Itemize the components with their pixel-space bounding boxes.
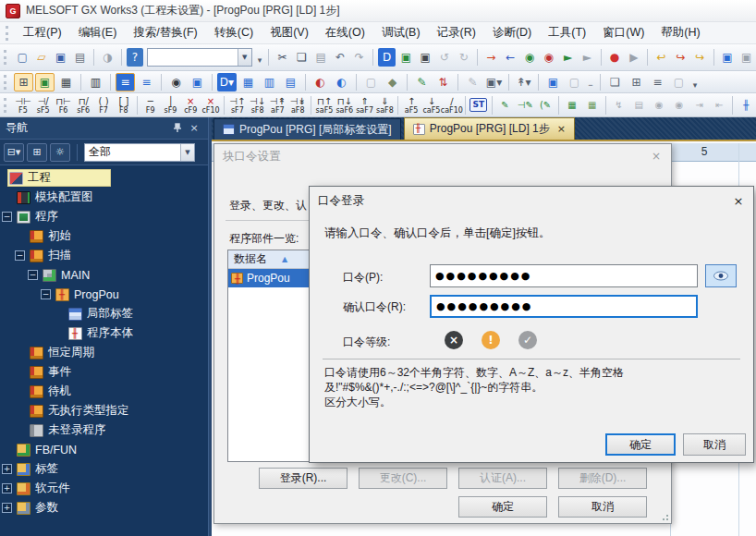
io-assignment-icon[interactable]: ⇅ bbox=[433, 73, 453, 91]
pc-monitor-off-icon[interactable]: ▣ bbox=[738, 48, 755, 67]
read-from-plc-icon[interactable]: ← bbox=[502, 48, 519, 67]
menu-item[interactable]: 调试(B) bbox=[373, 22, 429, 43]
tree-item-label[interactable]: 标签 bbox=[0, 459, 208, 479]
open-branch-tool[interactable]: ⊓⊢ F6 bbox=[54, 94, 74, 116]
tree-item-parameter[interactable]: 参数 bbox=[0, 498, 208, 518]
tree-item-program[interactable]: 程序 bbox=[0, 207, 208, 226]
antenna-menu-icon[interactable]: ↟▾ bbox=[514, 73, 533, 91]
show-password-button[interactable] bbox=[705, 264, 737, 287]
tab-local-label-setting[interactable]: ProgPou [PRG] [局部标签设置] bbox=[213, 118, 401, 140]
tree-expander[interactable] bbox=[15, 250, 25, 261]
ok-button[interactable]: 确定 bbox=[605, 433, 676, 456]
comment-list-icon[interactable]: ≡ bbox=[137, 73, 156, 91]
insert-row-tool[interactable]: ⇥ bbox=[689, 94, 710, 116]
refresh-all-icon[interactable]: ↻ bbox=[455, 48, 472, 67]
print-icon[interactable]: ▤ bbox=[71, 48, 89, 67]
device-buffer-monitor-icon[interactable]: ▤ bbox=[281, 73, 300, 91]
password-input[interactable] bbox=[430, 264, 698, 287]
tree-item-progpou[interactable]: ProgPou bbox=[0, 285, 208, 304]
falling-pulse-tool[interactable]: ⊣↓ sF8 bbox=[248, 94, 268, 116]
window-cascade-icon[interactable]: ❏ bbox=[605, 73, 625, 91]
settings-gear-icon[interactable]: ☼ bbox=[50, 143, 70, 162]
menu-item[interactable]: 在线(O) bbox=[317, 22, 373, 43]
menu-item[interactable]: 诊断(D) bbox=[484, 22, 540, 43]
monitor-start-icon[interactable]: ▣ bbox=[397, 48, 415, 67]
device-display-menu-icon[interactable]: D▾ bbox=[217, 73, 237, 91]
rising-pulse-close-tool[interactable]: ⊣↟ aF7 bbox=[268, 94, 288, 116]
tree-item-standby[interactable]: 待机 bbox=[0, 382, 208, 401]
tree-filter-combobox[interactable]: 全部 ▼ bbox=[84, 143, 195, 162]
tree-item-project[interactable]: 工程 bbox=[0, 168, 208, 188]
chevron-down-icon[interactable]: ▼ bbox=[238, 49, 251, 66]
undo-icon[interactable]: ↶ bbox=[332, 48, 349, 67]
help-icon[interactable]: ? bbox=[127, 48, 144, 67]
tree-item-no-exec-type[interactable]: 无执行类型指定 bbox=[0, 401, 208, 420]
expand-tree-icon[interactable]: ⊞ bbox=[27, 143, 47, 162]
tree-expander[interactable] bbox=[2, 503, 12, 513]
coil-tool[interactable]: ( ) F7 bbox=[93, 94, 114, 116]
paste-icon[interactable]: ▤ bbox=[312, 48, 330, 67]
horizontal-line-tool[interactable]: ─ F9 bbox=[140, 94, 161, 116]
rising-pulse-branch-tool[interactable]: ⊓↑ saF5 bbox=[314, 94, 335, 116]
cut-icon[interactable]: ✂ bbox=[274, 48, 291, 67]
copy-icon[interactable]: ❏ bbox=[293, 48, 311, 67]
rising-pulse-tool[interactable]: ⊣↑ sF7 bbox=[227, 94, 248, 116]
palette-icon[interactable]: ◆ bbox=[383, 73, 402, 91]
tree-item-program-body[interactable]: 程序本体 bbox=[0, 323, 208, 343]
falling-pulse-close-branch-tool[interactable]: ⇓ saF8 bbox=[374, 94, 395, 116]
menu-item[interactable]: 视图(V) bbox=[262, 22, 317, 43]
tree-expander[interactable] bbox=[2, 464, 12, 474]
menu-item[interactable]: 帮助(H) bbox=[652, 22, 708, 43]
falling-pulse-close-tool[interactable]: ⊣↡ aF8 bbox=[287, 94, 308, 116]
confirm-password-input[interactable] bbox=[430, 295, 698, 318]
tree-expander[interactable] bbox=[41, 289, 51, 299]
toolbar-overflow-icon[interactable]: ▾ bbox=[255, 48, 265, 67]
cancel-button[interactable]: 取消 bbox=[683, 433, 746, 456]
delete-horizontal-line-tool[interactable]: × cF9 bbox=[180, 94, 201, 116]
open-project-icon[interactable]: ▱ bbox=[33, 48, 51, 67]
stop-flag-icon[interactable]: ► bbox=[579, 48, 596, 67]
menu-item[interactable]: 搜索/替换(F) bbox=[125, 22, 205, 43]
menu-item[interactable]: 编辑(E) bbox=[70, 22, 126, 43]
authenticate-button[interactable]: 认证(A)... bbox=[458, 468, 547, 489]
menu-item[interactable]: 窗口(W) bbox=[594, 22, 652, 43]
run-flag-icon[interactable]: ► bbox=[559, 48, 577, 67]
window-tile-icon[interactable]: ⊞ bbox=[627, 73, 646, 91]
tree-item-scan[interactable]: 扫描 bbox=[0, 246, 208, 265]
menu-item[interactable]: 工具(T) bbox=[540, 22, 594, 43]
tree-item-main[interactable]: MAIN bbox=[0, 265, 208, 285]
delete-row-tool[interactable]: ⇤ bbox=[710, 94, 730, 116]
invert-result-tool[interactable]: ∕ caF10 bbox=[442, 94, 462, 116]
comment-write-icon[interactable]: ↪ bbox=[672, 48, 689, 67]
close-icon[interactable]: × bbox=[186, 120, 202, 137]
tree-item-initial[interactable]: 初始 bbox=[0, 226, 208, 246]
rising-pulse-close-branch-tool[interactable]: ⇑ saF7 bbox=[355, 94, 375, 116]
module-chip-icon[interactable]: ▥ bbox=[86, 73, 105, 91]
branch-line-tool[interactable]: ╫ bbox=[736, 94, 756, 116]
edit-coil-tool[interactable]: (✎ bbox=[535, 94, 555, 116]
monitor-stop-icon[interactable]: ▣ bbox=[417, 48, 434, 67]
label-edit-icon[interactable]: ✎ bbox=[412, 73, 432, 91]
open-contact-tool[interactable]: ⊣⊢ F5 bbox=[13, 94, 33, 116]
change-button[interactable]: 更改(C)... bbox=[359, 468, 447, 489]
stopwatch-icon[interactable]: ◐ bbox=[311, 73, 330, 91]
chevron-down-icon[interactable]: ▼ bbox=[180, 144, 194, 161]
toolbar-overflow-icon[interactable]: − bbox=[585, 73, 596, 91]
falling-pulse-branch-tool[interactable]: ⊓↓ saF6 bbox=[335, 94, 355, 116]
ladder-list-icon[interactable]: ≡ bbox=[116, 73, 135, 91]
device-record-icon[interactable]: ● bbox=[606, 48, 624, 67]
collapse-tree-icon[interactable]: ⊟▾ bbox=[4, 143, 24, 162]
find-contact-tool[interactable]: ◉ bbox=[649, 94, 669, 116]
tree-item-local-label[interactable]: 局部标签 bbox=[0, 304, 208, 323]
invert-rising-tool[interactable]: ↑ aF5 bbox=[401, 94, 421, 116]
find-binoculars-icon[interactable]: ◉ bbox=[166, 73, 186, 91]
capture-menu-icon[interactable]: ▣▾ bbox=[484, 73, 504, 91]
window-rows-icon[interactable]: ≡ bbox=[648, 73, 667, 91]
navigation-window-icon[interactable]: ⊞ bbox=[14, 73, 33, 91]
verify-green-icon[interactable]: ◉ bbox=[521, 48, 539, 67]
dialog-title-bar[interactable]: 块口令设置 × bbox=[214, 144, 671, 168]
schedule-clock-icon[interactable]: ◑ bbox=[99, 48, 116, 67]
pin-icon[interactable] bbox=[169, 120, 186, 137]
tree-item-fixed-scan[interactable]: 恒定周期 bbox=[0, 343, 208, 362]
menu-item[interactable]: 工程(P) bbox=[15, 22, 70, 43]
